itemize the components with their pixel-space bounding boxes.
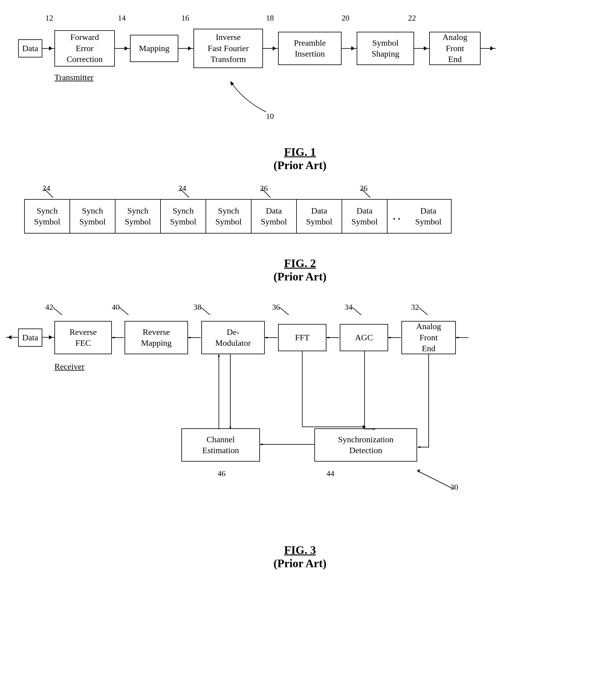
arrow-fft-to-syncdet [301, 351, 367, 430]
ref-10: 10 [266, 112, 274, 121]
ifft-box: InverseFast FourierTransform [193, 29, 263, 68]
ref36-line [277, 306, 295, 317]
fig1-caption: FIG. 1 (Prior Art) [18, 145, 582, 172]
arrow-demod-to-rm [188, 337, 201, 338]
arrow-chest-to-demod [218, 354, 219, 429]
ref-22: 22 [408, 14, 416, 23]
ref26b-line [352, 187, 376, 199]
fig2-diagram: 24 24 26 26 SynchSymbol SynchSymbol Sync… [18, 184, 582, 250]
synch-symbol-3: SynchSymbol [115, 200, 161, 233]
svg-line-2 [261, 189, 270, 198]
analog-fe-box: AnalogFrontEnd [401, 321, 456, 354]
data-symbol-2: DataSymbol [297, 200, 342, 233]
ref24a-line [35, 187, 59, 199]
arrow-ifft-preamble [263, 48, 278, 49]
ref24b-line [171, 187, 195, 199]
arrow-fft-to-demod [265, 337, 278, 338]
preamble-box: PreambleInsertion [278, 32, 342, 65]
data-input-box: Data [18, 39, 42, 57]
arrow-agc-to-syncdet-h [364, 428, 376, 429]
mapping-box: Mapping [130, 35, 178, 62]
arrow-revfec-data [42, 337, 54, 338]
ref-46: 46 [218, 469, 226, 478]
data-symbol-1: DataSymbol [252, 200, 297, 233]
ref34-line [349, 306, 367, 317]
arrow-mapping-ifft [178, 48, 193, 49]
synch-symbol-1: SynchSymbol [25, 200, 70, 233]
data-symbol-last: DataSymbol [406, 200, 451, 233]
svg-line-8 [352, 307, 361, 315]
ch-est-box: ChannelEstimation [181, 428, 260, 461]
svg-line-5 [120, 307, 128, 315]
demod-box: De-Modulator [201, 321, 265, 354]
arrow-in-to-afe [456, 337, 469, 338]
data-output-box: Data [18, 328, 42, 347]
svg-line-0 [44, 189, 53, 198]
ref-20: 20 [342, 14, 349, 23]
ref-18: 18 [266, 14, 274, 23]
ref26a-line [253, 187, 277, 199]
svg-line-9 [419, 307, 428, 315]
ref-44: 44 [327, 469, 334, 478]
svg-marker-30 [218, 354, 219, 357]
fec-box: ForwardErrorCorrection [54, 30, 115, 67]
svg-marker-23 [230, 426, 231, 429]
arrow-fec-mapping [115, 48, 130, 49]
arrow-afe-down [428, 354, 429, 448]
data-symbol-3: DataSymbol [342, 200, 388, 233]
svg-line-1 [180, 189, 189, 198]
arrow-demod-to-chest [230, 354, 231, 429]
fig3-caption: FIG. 3 (Prior Art) [18, 543, 582, 570]
ref10-arrow-svg [224, 82, 284, 118]
receiver-label: Receiver [54, 362, 85, 372]
svg-line-6 [201, 307, 210, 315]
arrow-afe-to-syncdet-h [418, 447, 430, 448]
agc-box: AGC [340, 324, 388, 351]
transmitter-label: Transmitter [54, 73, 94, 82]
symbol-shaping-box: SymbolShaping [357, 32, 414, 65]
ref-14: 14 [118, 14, 126, 23]
svg-marker-15 [265, 337, 268, 338]
svg-marker-19 [388, 337, 391, 338]
ref-12: 12 [45, 14, 53, 23]
fig2-caption: FIG. 2 (Prior Art) [18, 256, 582, 283]
arrow-data-to-fec [42, 48, 54, 49]
symbol-row: SynchSymbol SynchSymbol SynchSymbol Sync… [24, 199, 451, 233]
sync-det-box: SynchronizationDetection [314, 428, 417, 461]
ref32-line [416, 306, 434, 317]
ref30-arrow [414, 468, 456, 492]
ref40-line [116, 306, 134, 317]
arrow-data-out [6, 337, 18, 338]
svg-marker-17 [327, 337, 330, 338]
fft-box: FFT [278, 324, 327, 351]
rev-mapping-box: ReverseMapping [125, 321, 188, 354]
svg-marker-33 [372, 428, 375, 429]
arrow-preamble-shaping [342, 48, 357, 49]
arrow-agc-bottom [364, 351, 365, 430]
fig3-diagram: 42 40 38 36 34 32 Data ReverseFEC Revers… [18, 301, 582, 537]
arrow-afe-to-agc [388, 337, 401, 338]
fig1-diagram: 12 14 16 18 20 22 Data ForwardErrorCorre… [18, 12, 582, 139]
afe-box: AnalogFrontEnd [429, 32, 480, 65]
arrow-rm-to-rfec [112, 337, 125, 338]
svg-marker-13 [188, 337, 191, 338]
ref38-line [198, 306, 216, 317]
synch-symbol-5: SynchSymbol [206, 200, 252, 233]
arrow-shaping-afe [414, 48, 429, 49]
ref-16: 16 [181, 14, 189, 23]
svg-marker-36 [418, 447, 421, 448]
svg-line-7 [280, 307, 289, 315]
rev-fec-box: ReverseFEC [54, 321, 112, 354]
synch-symbol-4: SynchSymbol [161, 200, 206, 233]
svg-line-4 [53, 307, 62, 315]
arrow-afe-out [480, 48, 496, 49]
svg-marker-28 [260, 444, 263, 445]
svg-marker-21 [456, 337, 459, 338]
ref42-line [50, 306, 68, 317]
svg-line-3 [361, 189, 370, 198]
svg-marker-11 [112, 337, 115, 338]
dots-separator: . . [388, 200, 406, 233]
arrow-agc-to-fft [327, 337, 340, 338]
synch-symbol-2: SynchSymbol [70, 200, 115, 233]
arrow-syncdet-to-chest [260, 444, 316, 445]
